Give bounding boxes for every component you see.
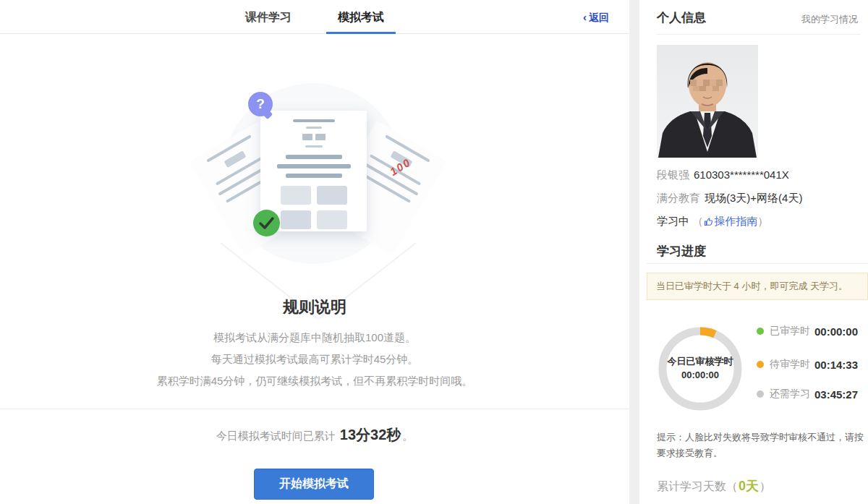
question-mark-icon: ?: [248, 92, 273, 116]
chevron-left-icon: ‹: [583, 11, 587, 23]
total-study-days: 累计学习天数（0天）: [657, 477, 771, 495]
operation-guide-link[interactable]: 操作指南: [714, 215, 757, 227]
donut-legend: 已审学时 00:00:00 待审学时 00:14:33 还需学习 03:45:2…: [757, 324, 858, 420]
back-label: 返回: [589, 12, 609, 23]
profile-photo: [657, 45, 758, 158]
legend-label: 还需学习: [770, 388, 810, 401]
orange-dot-icon: [757, 361, 764, 368]
donut-center-text: 今日已审核学时 00:00:00: [664, 354, 736, 382]
rule-line-1: 模拟考试从满分题库中随机抽取100道题。: [0, 327, 629, 349]
summary-prefix: 今日模拟考试时间已累计: [216, 430, 339, 442]
divider: [647, 263, 868, 264]
name-label: 段银强: [657, 168, 689, 181]
hand-guide-icon: [704, 216, 713, 228]
legend-label: 待审学时: [770, 358, 810, 371]
legend-value: 00:00:00: [814, 325, 858, 338]
study-time-donut-chart: 今日已审核学时 00:00:00: [655, 324, 745, 414]
paren-close: ）: [757, 215, 768, 227]
legend-label: 已审学时: [770, 325, 810, 338]
legend-row-pending: 待审学时 00:14:33: [757, 357, 858, 372]
legend-value: 03:45:27: [814, 388, 858, 401]
divider: [0, 409, 629, 409]
total-days-label: 累计学习天数: [657, 480, 726, 492]
screen: 课件学习 模拟考试 ‹返回: [0, 0, 868, 504]
paren-open: （: [726, 480, 738, 492]
id-number: 610303********041X: [694, 168, 789, 181]
check-icon: [253, 210, 280, 236]
course-value: 现场(3天)+网络(4天): [705, 192, 802, 204]
summary-duration: 13分32秒: [340, 427, 401, 443]
course-label: 满分教育: [657, 192, 700, 204]
donut-center-value: 00:00:00: [664, 368, 736, 382]
my-learning-status-link[interactable]: 我的学习情况: [801, 13, 858, 26]
name-id-row: 段银强610303********041X: [657, 168, 789, 182]
rule-line-2: 每天通过模拟考试最高可累计学时45分钟。: [0, 349, 629, 370]
face-verification-tip: 提示：人脸比对失败将导致学时审核不通过，请按要求接受教育。: [657, 430, 864, 461]
learning-progress-title: 学习进度: [657, 243, 706, 260]
paren-open: （: [692, 215, 703, 227]
tab-mock-exam[interactable]: 模拟考试: [333, 0, 388, 34]
sidebar: 个人信息 我的学习情况: [639, 0, 868, 504]
legend-row-reviewed: 已审学时 00:00:00: [757, 324, 858, 338]
legend-value: 00:14:33: [814, 359, 858, 371]
exam-illustration: ? 100: [210, 72, 427, 264]
green-dot-icon: [757, 328, 764, 335]
main-panel: 课件学习 模拟考试 ‹返回: [0, 0, 629, 504]
back-link[interactable]: ‹返回: [583, 0, 609, 34]
active-tab-underline: [326, 32, 396, 34]
divider: [657, 34, 861, 35]
start-mock-exam-button[interactable]: 开始模拟考试: [254, 469, 374, 500]
donut-center-label: 今日已审核学时: [664, 354, 736, 368]
tab-mock-exam-label: 模拟考试: [338, 11, 384, 23]
status-text: 学习中: [657, 215, 689, 227]
rules-text: 模拟考试从满分题库中随机抽取100道题。 每天通过模拟考试最高可累计学时45分钟…: [0, 327, 629, 392]
course-row: 满分教育现场(3天)+网络(4天): [657, 192, 802, 205]
rules-title: 规则说明: [0, 296, 629, 318]
tab-bar: 课件学习 模拟考试: [0, 0, 629, 34]
main-header: 课件学习 模拟考试 ‹返回: [0, 0, 629, 34]
legend-row-remaining: 还需学习 03:45:27: [757, 387, 858, 401]
status-row: 学习中 （操作指南）: [657, 215, 768, 228]
summary-suffix: 。: [402, 430, 413, 442]
total-days-value: 0天: [739, 479, 759, 493]
gray-dot-icon: [757, 390, 764, 398]
rule-line-3: 累积学时满45分钟，仍可继续模拟考试，但不再累积学时时间哦。: [0, 370, 629, 392]
personal-info-title: 个人信息: [657, 9, 706, 26]
paren-close: ）: [760, 480, 771, 492]
today-exam-time-summary: 今日模拟考试时间已累计 13分32秒。: [0, 425, 629, 445]
tab-courseware[interactable]: 课件学习: [241, 0, 296, 34]
daily-requirement-notice: 当日已审学时大于 4 小时，即可完成 天学习。: [647, 273, 868, 300]
